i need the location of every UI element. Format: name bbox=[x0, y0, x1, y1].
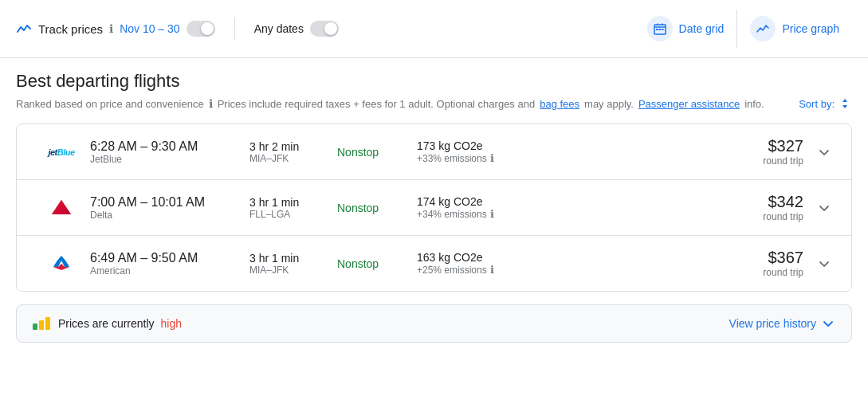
svg-marker-8 bbox=[52, 200, 71, 214]
table-row[interactable]: 6:49 AM – 9:50 AM American 3 hr 1 min MI… bbox=[17, 236, 851, 291]
price-amount-1: $342 bbox=[763, 193, 803, 211]
nonstop-2: Nonstop bbox=[337, 257, 379, 270]
view-history-label: View price history bbox=[729, 317, 816, 330]
duration-text-2: 3 hr 1 min bbox=[249, 252, 337, 265]
table-row[interactable]: 7:00 AM – 10:01 AM Delta 3 hr 1 min FLL–… bbox=[17, 180, 851, 236]
jetblue-logo-img: jetBlue bbox=[48, 147, 74, 157]
price-bar-mid bbox=[39, 320, 44, 330]
airline-name-sub-2: American bbox=[90, 265, 249, 276]
price-amount-0: $327 bbox=[763, 137, 803, 155]
passenger-assistance-link[interactable]: Passenger assistance bbox=[638, 98, 740, 110]
flight-price-2: $367 round trip bbox=[763, 249, 803, 278]
price-graph-label: Price graph bbox=[782, 22, 839, 35]
emissions-sub-2: +25% emissions ℹ bbox=[417, 264, 763, 276]
airline-logo-jetblue: jetBlue bbox=[33, 147, 90, 157]
price-label-1: round trip bbox=[763, 211, 803, 222]
time-range-0: 6:28 AM – 9:30 AM bbox=[90, 139, 249, 154]
price-note: Prices include required taxes + fees for… bbox=[218, 98, 536, 110]
date-grid-button[interactable]: Date grid bbox=[634, 10, 738, 48]
price-history-bar: Prices are currently high View price his… bbox=[16, 304, 852, 343]
view-options: Date grid Price graph bbox=[634, 10, 852, 48]
track-prices-toggle[interactable] bbox=[187, 21, 215, 37]
sort-by-control[interactable]: Sort by: bbox=[799, 96, 852, 111]
american-logo-img bbox=[50, 253, 73, 275]
route-text-2: MIA–JFK bbox=[249, 265, 337, 276]
emissions-main-0: 173 kg CO2e bbox=[417, 139, 763, 152]
flight-price-0: $327 round trip bbox=[763, 137, 803, 167]
price-label-2: round trip bbox=[763, 267, 803, 278]
expand-button-1[interactable] bbox=[813, 197, 835, 219]
flight-emissions-2: 163 kg CO2e +25% emissions ℹ bbox=[417, 251, 763, 276]
flight-stops-0: Nonstop bbox=[337, 146, 417, 159]
svg-rect-4 bbox=[656, 29, 658, 30]
info-text: info. bbox=[744, 98, 764, 110]
price-amount-2: $367 bbox=[763, 249, 803, 267]
date-grid-icon bbox=[653, 22, 667, 36]
section-title: Best departing flights bbox=[16, 71, 852, 92]
view-price-history-button[interactable]: View price history bbox=[729, 316, 835, 331]
time-range-1: 7:00 AM – 10:01 AM bbox=[90, 195, 249, 210]
flight-times-0: 6:28 AM – 9:30 AM JetBlue bbox=[90, 139, 249, 165]
time-range-2: 6:49 AM – 9:50 AM bbox=[90, 251, 249, 265]
price-status-text: Prices are currently high bbox=[58, 317, 182, 330]
track-prices-section: Track prices ℹ Nov 10 – 30 bbox=[16, 21, 215, 37]
airline-logo-american bbox=[33, 253, 90, 275]
price-graph-button[interactable]: Price graph bbox=[737, 10, 852, 48]
bag-fees-link[interactable]: bag fees bbox=[540, 98, 579, 110]
subtitle-row: Ranked based on price and convenience ℹ … bbox=[16, 96, 852, 111]
any-dates-toggle[interactable] bbox=[310, 21, 339, 37]
emissions-info-icon-0[interactable]: ℹ bbox=[490, 152, 494, 164]
price-graph-icon-bg bbox=[750, 16, 776, 41]
track-icon bbox=[16, 21, 32, 37]
header-divider bbox=[234, 18, 235, 40]
route-text-0: MIA–JFK bbox=[249, 153, 337, 164]
flight-times-2: 6:49 AM – 9:50 AM American bbox=[90, 251, 249, 276]
emissions-sub-1: +34% emissions ℹ bbox=[417, 208, 763, 220]
flights-container: jetBlue 6:28 AM – 9:30 AM JetBlue 3 hr 2… bbox=[16, 124, 852, 292]
ranked-text: Ranked based on price and convenience bbox=[16, 98, 204, 110]
flight-duration-2: 3 hr 1 min MIA–JFK bbox=[249, 252, 337, 276]
flight-stops-1: Nonstop bbox=[337, 202, 417, 214]
flight-stops-2: Nonstop bbox=[337, 257, 417, 270]
main-content: Best departing flights Ranked based on p… bbox=[0, 58, 868, 343]
header-bar: Track prices ℹ Nov 10 – 30 Any dates bbox=[0, 0, 868, 58]
nonstop-1: Nonstop bbox=[337, 202, 379, 214]
any-dates-section: Any dates bbox=[254, 21, 339, 37]
price-high-label: high bbox=[160, 317, 181, 330]
price-label-0: round trip bbox=[763, 155, 803, 167]
flight-emissions-0: 173 kg CO2e +33% emissions ℹ bbox=[417, 139, 763, 164]
any-dates-label: Any dates bbox=[254, 22, 304, 35]
price-bar-low bbox=[33, 324, 37, 330]
date-grid-label: Date grid bbox=[679, 22, 725, 35]
price-bars-icon bbox=[33, 317, 50, 330]
ranked-info-icon[interactable]: ℹ bbox=[209, 97, 213, 110]
date-range-label[interactable]: Nov 10 – 30 bbox=[120, 22, 180, 35]
duration-text-0: 3 hr 2 min bbox=[249, 140, 337, 153]
emissions-info-icon-1[interactable]: ℹ bbox=[490, 208, 494, 220]
flight-duration-0: 3 hr 2 min MIA–JFK bbox=[249, 140, 337, 164]
date-grid-icon-bg bbox=[647, 16, 673, 41]
svg-rect-6 bbox=[662, 29, 664, 30]
svg-rect-5 bbox=[658, 29, 661, 30]
price-status-left: Prices are currently high bbox=[33, 317, 182, 330]
emissions-main-1: 174 kg CO2e bbox=[417, 195, 763, 208]
route-text-1: FLL–LGA bbox=[249, 209, 337, 220]
sort-by-label: Sort by: bbox=[799, 98, 835, 110]
chevron-down-icon bbox=[821, 316, 835, 331]
delta-logo-img bbox=[50, 197, 73, 219]
flight-emissions-1: 174 kg CO2e +34% emissions ℹ bbox=[417, 195, 763, 220]
emissions-info-icon-2[interactable]: ℹ bbox=[490, 264, 494, 276]
airline-name-sub-1: Delta bbox=[90, 210, 249, 221]
flight-times-1: 7:00 AM – 10:01 AM Delta bbox=[90, 195, 249, 221]
track-prices-label[interactable]: Track prices bbox=[38, 22, 103, 36]
info-icon[interactable]: ℹ bbox=[109, 22, 113, 35]
airline-name-sub-0: JetBlue bbox=[90, 154, 249, 165]
sort-arrows-icon bbox=[838, 96, 852, 111]
table-row[interactable]: jetBlue 6:28 AM – 9:30 AM JetBlue 3 hr 2… bbox=[17, 124, 851, 180]
emissions-main-2: 163 kg CO2e bbox=[417, 251, 763, 264]
duration-text-1: 3 hr 1 min bbox=[249, 196, 337, 209]
flight-price-1: $342 round trip bbox=[763, 193, 803, 222]
expand-button-0[interactable] bbox=[813, 141, 835, 163]
expand-button-2[interactable] bbox=[813, 253, 835, 275]
nonstop-0: Nonstop bbox=[337, 146, 379, 159]
